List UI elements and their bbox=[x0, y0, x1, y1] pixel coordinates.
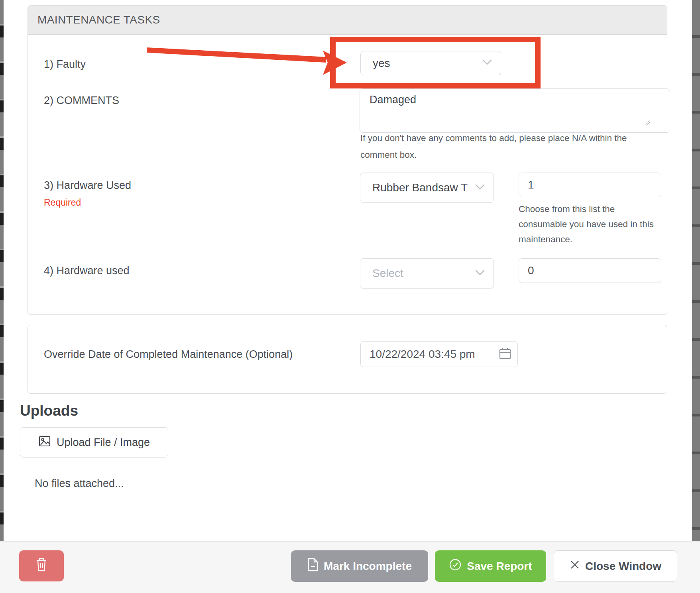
close-window-button[interactable]: Close Window bbox=[554, 550, 677, 582]
hardware2-label: 4) Hardware used bbox=[44, 265, 130, 277]
faulty-label: 1) Faulty bbox=[44, 58, 86, 71]
uploads-heading: Uploads bbox=[20, 403, 78, 419]
check-circle-icon bbox=[449, 558, 462, 574]
image-icon bbox=[38, 435, 51, 450]
hardware1-helper-text: Choose from this list the consumable you… bbox=[519, 202, 656, 247]
panel-title: MAINTENANCE TASKS bbox=[37, 14, 160, 26]
delete-button[interactable] bbox=[19, 550, 64, 581]
calendar-icon bbox=[498, 347, 512, 362]
background-page-left-sliver bbox=[0, 0, 4, 593]
save-report-button[interactable]: Save Report bbox=[435, 550, 546, 582]
chevron-down-icon bbox=[475, 270, 485, 277]
mark-incomplete-label: Mark Incomplete bbox=[324, 560, 412, 573]
comments-label: 2) COMMENTS bbox=[44, 94, 119, 107]
override-date-label: Override Date of Completed Maintenance (… bbox=[44, 348, 293, 361]
hardware1-select-value: Rubber Bandsaw T bbox=[372, 181, 468, 194]
comments-helper-text: If you don't have any comments to add, p… bbox=[360, 130, 639, 163]
hardware2-select-placeholder: Select bbox=[372, 267, 403, 280]
override-date-value: 10/22/2024 03:45 pm bbox=[370, 348, 475, 361]
hardware1-qty-input[interactable] bbox=[519, 173, 661, 197]
upload-file-button[interactable]: Upload File / Image bbox=[20, 427, 168, 458]
background-page-right-sliver bbox=[692, 0, 700, 593]
comments-field-wrap: Damaged bbox=[360, 88, 652, 127]
faulty-select-value: yes bbox=[373, 57, 390, 70]
close-window-label: Close Window bbox=[585, 560, 661, 573]
no-files-text: No files attached... bbox=[35, 477, 124, 490]
comments-textarea[interactable]: Damaged bbox=[360, 88, 670, 133]
hardware1-required-text: Required bbox=[44, 197, 81, 208]
hardware1-select[interactable]: Rubber Bandsaw T bbox=[360, 173, 494, 203]
document-icon bbox=[307, 558, 319, 575]
trash-icon bbox=[35, 557, 48, 575]
hardware1-qty-wrap bbox=[519, 173, 652, 196]
save-report-label: Save Report bbox=[467, 560, 532, 573]
override-date-input[interactable]: 10/22/2024 03:45 pm bbox=[360, 341, 518, 367]
maintenance-tasks-header: MAINTENANCE TASKS bbox=[28, 6, 667, 35]
hardware2-qty-input[interactable] bbox=[519, 258, 661, 283]
mark-incomplete-button[interactable]: Mark Incomplete bbox=[291, 550, 428, 582]
close-icon bbox=[570, 560, 580, 573]
faulty-select[interactable]: yes bbox=[360, 51, 501, 75]
maintenance-tasks-panel: MAINTENANCE TASKS 1) Faulty yes 2) COMME… bbox=[28, 5, 667, 315]
hardware2-qty-wrap bbox=[519, 258, 652, 282]
chevron-down-icon bbox=[475, 184, 485, 192]
hardware2-select[interactable]: Select bbox=[360, 258, 494, 289]
upload-file-button-label: Upload File / Image bbox=[57, 436, 150, 449]
override-date-panel: Override Date of Completed Maintenance (… bbox=[28, 325, 667, 394]
footer-bar: Mark Incomplete Save Report Close Window bbox=[0, 541, 700, 593]
hardware1-label: 3) Hardware Used bbox=[44, 179, 131, 192]
chevron-down-icon bbox=[482, 59, 492, 67]
textarea-resize-handle[interactable] bbox=[644, 120, 650, 125]
